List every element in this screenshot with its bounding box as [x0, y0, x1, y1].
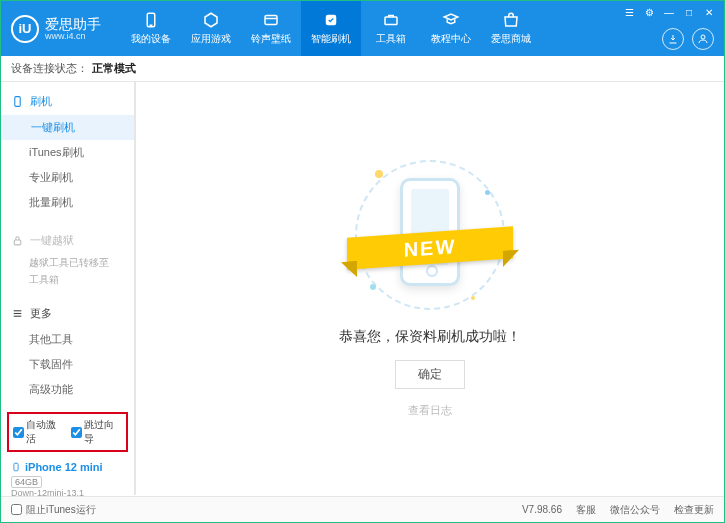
status-value: 正常模式 — [92, 61, 136, 76]
nav-label: 工具箱 — [376, 32, 406, 46]
sidebar-pro-flash[interactable]: 专业刷机 — [1, 165, 134, 190]
sidebar-batch-flash[interactable]: 批量刷机 — [1, 190, 134, 215]
auto-activate-checkbox[interactable]: 自动激活 — [13, 418, 65, 446]
nav-label: 应用游戏 — [191, 32, 231, 46]
logo-icon: iU — [11, 15, 39, 43]
jailbreak-note2: 工具箱 — [1, 271, 134, 288]
menu-icon — [11, 307, 24, 320]
sidebar: 刷机 一键刷机 iTunes刷机 专业刷机 批量刷机 一键越狱 越狱工具已转移至… — [1, 82, 136, 495]
sidebar-itunes-flash[interactable]: iTunes刷机 — [1, 140, 134, 165]
nav-my-device[interactable]: 我的设备 — [121, 1, 181, 56]
options-highlight-box: 自动激活 跳过向导 — [7, 412, 128, 452]
checkbox-label: 跳过向导 — [84, 418, 123, 446]
svg-rect-12 — [14, 463, 18, 471]
ok-button[interactable]: 确定 — [395, 360, 465, 389]
nav-label: 我的设备 — [131, 32, 171, 46]
svg-rect-5 — [385, 17, 397, 25]
sidebar-jailbreak-head: 一键越狱 — [1, 227, 134, 254]
brand-name: 爱思助手 — [45, 17, 101, 31]
jailbreak-note1: 越狱工具已转移至 — [1, 254, 134, 271]
nav-tutorial[interactable]: 教程中心 — [421, 1, 481, 56]
main-content: NEW 恭喜您，保资料刷机成功啦！ 确定 查看日志 — [136, 82, 724, 495]
sidebar-label: 刷机 — [30, 94, 52, 109]
lock-icon — [11, 234, 24, 247]
checkbox-label: 自动激活 — [26, 418, 65, 446]
nav-store[interactable]: 爱思商城 — [481, 1, 541, 56]
sidebar-other-tools[interactable]: 其他工具 — [1, 327, 134, 352]
settings-icon[interactable]: ⚙ — [642, 7, 656, 18]
sidebar-more-head[interactable]: 更多 — [1, 300, 134, 327]
nav-apps[interactable]: 应用游戏 — [181, 1, 241, 56]
app-header: iU 爱思助手 www.i4.cn 我的设备 应用游戏 铃声壁纸 智能刷机 工具… — [1, 1, 724, 56]
success-message: 恭喜您，保资料刷机成功啦！ — [339, 328, 521, 346]
nav-label: 爱思商城 — [491, 32, 531, 46]
brand-url: www.i4.cn — [45, 31, 101, 41]
phone-icon — [11, 460, 21, 474]
customer-service-link[interactable]: 客服 — [576, 503, 596, 517]
footer: 阻止iTunes运行 V7.98.66 客服 微信公众号 检查更新 — [1, 496, 724, 522]
menu-icon[interactable]: ☰ — [622, 7, 636, 18]
svg-rect-7 — [15, 97, 20, 107]
skip-setup-checkbox[interactable]: 跳过向导 — [71, 418, 123, 446]
svg-rect-8 — [14, 240, 21, 245]
wechat-link[interactable]: 微信公众号 — [610, 503, 660, 517]
sidebar-flash-head[interactable]: 刷机 — [1, 88, 134, 115]
checkbox-label: 阻止iTunes运行 — [26, 503, 96, 517]
sidebar-download-firmware[interactable]: 下载固件 — [1, 352, 134, 377]
nav-toolbox[interactable]: 工具箱 — [361, 1, 421, 56]
device-storage: 64GB — [11, 476, 42, 488]
nav-flash[interactable]: 智能刷机 — [301, 1, 361, 56]
sidebar-label: 更多 — [30, 306, 52, 321]
main-nav: 我的设备 应用游戏 铃声壁纸 智能刷机 工具箱 教程中心 爱思商城 — [121, 1, 541, 56]
download-icon[interactable] — [662, 28, 684, 50]
sidebar-advanced[interactable]: 高级功能 — [1, 377, 134, 402]
block-itunes-checkbox[interactable]: 阻止iTunes运行 — [11, 503, 96, 517]
status-label: 设备连接状态： — [11, 61, 88, 76]
user-icon[interactable] — [692, 28, 714, 50]
svg-rect-2 — [265, 16, 277, 25]
phone-icon — [11, 95, 24, 108]
device-name: iPhone 12 mini — [11, 460, 124, 474]
sidebar-oneclick-flash[interactable]: 一键刷机 — [0, 115, 134, 140]
view-log-link[interactable]: 查看日志 — [408, 403, 452, 418]
version-text: V7.98.66 — [522, 504, 562, 515]
nav-ringtone[interactable]: 铃声壁纸 — [241, 1, 301, 56]
check-update-link[interactable]: 检查更新 — [674, 503, 714, 517]
sidebar-label: 一键越狱 — [30, 233, 74, 248]
svg-point-6 — [701, 35, 705, 39]
success-illustration: NEW — [355, 160, 505, 310]
nav-label: 智能刷机 — [311, 32, 351, 46]
nav-label: 铃声壁纸 — [251, 32, 291, 46]
nav-label: 教程中心 — [431, 32, 471, 46]
app-logo: iU 爱思助手 www.i4.cn — [11, 15, 101, 43]
status-bar: 设备连接状态： 正常模式 — [1, 56, 724, 82]
